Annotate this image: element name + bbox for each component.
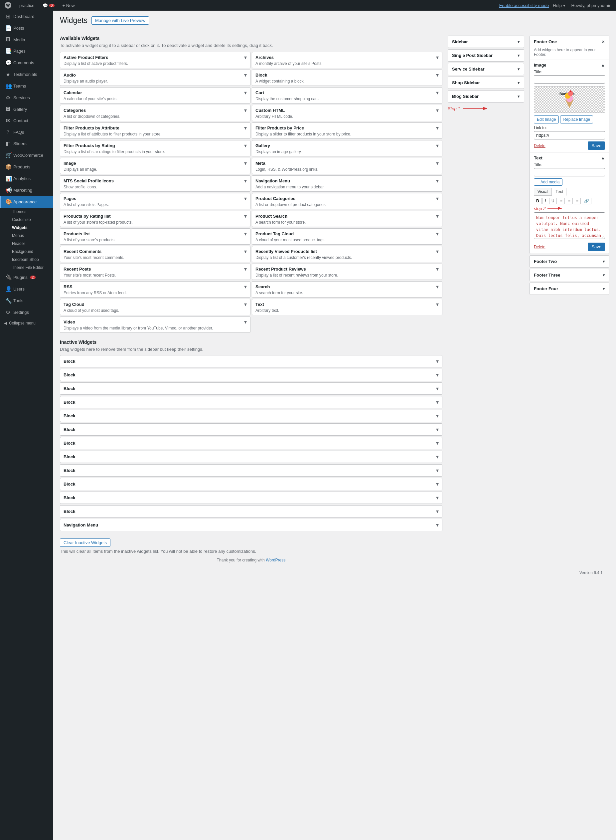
ordered-list-button[interactable]: ≡: [566, 198, 573, 204]
widget-expand-arrow[interactable]: ▾: [244, 319, 247, 325]
inactive-widget-block-11[interactable]: Block ▾: [60, 492, 442, 504]
footer-one-header[interactable]: Footer One ✕: [530, 36, 609, 48]
sidebar-item-posts[interactable]: 📄 Posts: [0, 22, 53, 34]
blockquote-button[interactable]: ≡: [574, 198, 581, 204]
sidebar-item-dashboard[interactable]: ⊞ Dashboard: [0, 11, 53, 22]
inactive-widget-block-1[interactable]: Block ▾: [60, 355, 442, 367]
widget-product-categories[interactable]: Product Categories ▾ A list or dropdown …: [252, 193, 442, 209]
sidebar-item-analytics[interactable]: 📊 Analytics: [0, 173, 53, 184]
widget-product-search[interactable]: Product Search ▾ A search form for your …: [252, 211, 442, 227]
widget-meta[interactable]: Meta ▾ Login, RSS, & WordPress.org links…: [252, 158, 442, 174]
widget-expand-arrow[interactable]: ▾: [436, 90, 439, 96]
widget-pages[interactable]: Pages ▾ A list of your site's Pages.: [60, 193, 251, 209]
inactive-widget-block-2[interactable]: Block ▾: [60, 369, 442, 381]
image-delete-link[interactable]: Delete: [534, 144, 546, 148]
sidebar-item-teams[interactable]: 👥 Teams: [0, 80, 53, 92]
widget-gallery[interactable]: Gallery ▾ Displays an image gallery.: [252, 140, 442, 156]
user-greeting[interactable]: Howdy, phpmyadmin: [569, 0, 613, 11]
sidebar-collapse-arrow[interactable]: ▾: [518, 94, 520, 99]
footer-two-expand-arrow[interactable]: ▾: [603, 259, 605, 264]
image-save-button[interactable]: Save: [588, 141, 605, 150]
widget-expand-arrow[interactable]: ▾: [436, 178, 439, 184]
sidebar-collapse-arrow[interactable]: ▾: [518, 53, 520, 58]
wp-logo[interactable]: W: [3, 0, 13, 11]
widget-expand-arrow[interactable]: ▾: [244, 266, 247, 272]
widget-expand-arrow[interactable]: ▾: [436, 213, 439, 219]
footer-four-expand-arrow[interactable]: ▾: [603, 286, 605, 291]
widget-expand-arrow[interactable]: ▾: [244, 72, 247, 78]
submenu-widgets[interactable]: Widgets: [0, 224, 53, 232]
inactive-widget-block-5[interactable]: Block ▾: [60, 410, 442, 422]
widget-recent-comments[interactable]: Recent Comments ▾ Your site's most recen…: [60, 246, 251, 262]
submenu-icecream-shop[interactable]: Icecream Shop: [0, 256, 53, 264]
italic-button[interactable]: I: [543, 198, 548, 204]
inactive-widget-block-9[interactable]: Block ▾: [60, 464, 442, 477]
sidebar-item-tools[interactable]: 🔧 Tools: [0, 295, 53, 307]
text-widget-header[interactable]: Text ▲: [534, 156, 605, 160]
collapse-menu-button[interactable]: ◀ Collapse menu: [0, 318, 53, 328]
widget-expand-arrow[interactable]: ▾: [244, 178, 247, 184]
sidebar-item-marketing[interactable]: 📢 Marketing: [0, 184, 53, 196]
inactive-widget-block-8[interactable]: Block ▾: [60, 451, 442, 463]
sidebar-item-testimonials[interactable]: ★ Testimonials: [0, 69, 53, 80]
bold-button[interactable]: B: [534, 198, 541, 204]
widget-expand-arrow[interactable]: ▾: [436, 508, 439, 514]
live-preview-button[interactable]: Manage with Live Preview: [91, 16, 149, 25]
sidebar-area-header[interactable]: Single Post Sidebar ▾: [448, 50, 524, 61]
edit-image-button[interactable]: Edit Image: [534, 116, 559, 123]
widget-expand-arrow[interactable]: ▾: [244, 231, 247, 237]
widget-block[interactable]: Block ▾ A widget containing a block.: [252, 69, 442, 86]
sidebar-area-header[interactable]: Service Sidebar ▾: [448, 63, 524, 75]
widget-products-list[interactable]: Products list ▾ A list of your store's p…: [60, 228, 251, 245]
widget-product-tag-cloud[interactable]: Product Tag Cloud ▾ A cloud of your most…: [252, 228, 442, 245]
submenu-themes[interactable]: Themes: [0, 208, 53, 216]
sidebar-collapse-arrow[interactable]: ▾: [518, 39, 520, 44]
sidebar-item-faqs[interactable]: ? FAQs: [0, 126, 53, 138]
text-delete-link[interactable]: Delete: [534, 245, 546, 249]
widget-recent-product-reviews[interactable]: Recent Product Reviews ▾ Display a list …: [252, 264, 442, 280]
wordpress-link[interactable]: WordPress: [266, 558, 285, 562]
widget-expand-arrow[interactable]: ▾: [436, 385, 439, 392]
underline-button[interactable]: U: [549, 198, 557, 204]
sidebar-item-media[interactable]: 🖼 Media: [0, 34, 53, 45]
widget-expand-arrow[interactable]: ▾: [436, 372, 439, 378]
widget-expand-arrow[interactable]: ▾: [244, 160, 247, 166]
widget-products-by-rating[interactable]: Products by Rating list ▾ A list of your…: [60, 211, 251, 227]
widget-expand-arrow[interactable]: ▾: [436, 107, 439, 113]
text-widget-expand-arrow[interactable]: ▲: [601, 156, 605, 160]
sidebar-item-users[interactable]: 👤 Users: [0, 283, 53, 295]
widget-tag-cloud[interactable]: Tag Cloud ▾ A cloud of your most used ta…: [60, 299, 251, 315]
sidebar-area-header[interactable]: Sidebar ▾: [448, 36, 524, 48]
widget-expand-arrow[interactable]: ▾: [436, 160, 439, 166]
inactive-widget-block-12[interactable]: Block ▾: [60, 505, 442, 517]
sidebar-item-gallery[interactable]: 🖼 Gallery: [0, 103, 53, 115]
widget-mts-social[interactable]: MTS Social Profile Icons ▾ Show profile …: [60, 175, 251, 192]
site-name[interactable]: practice: [17, 0, 37, 11]
widget-cart[interactable]: Cart ▾ Display the customer shopping car…: [252, 87, 442, 103]
widget-archives[interactable]: Archives ▾ A monthly archive of your sit…: [252, 52, 442, 68]
widget-expand-arrow[interactable]: ▾: [244, 301, 247, 307]
link-to-input[interactable]: [534, 131, 605, 140]
widget-expand-arrow[interactable]: ▾: [436, 440, 439, 446]
inactive-widget-block-6[interactable]: Block ▾: [60, 423, 442, 436]
inactive-widget-block-10[interactable]: Block ▾: [60, 478, 442, 490]
sidebar-item-products[interactable]: 📦 Products: [0, 161, 53, 173]
link-button[interactable]: 🔗: [582, 198, 591, 204]
inactive-widget-block-4[interactable]: Block ▾: [60, 396, 442, 408]
widget-expand-arrow[interactable]: ▾: [244, 283, 247, 290]
widget-expand-arrow[interactable]: ▾: [436, 495, 439, 501]
inactive-widget-block-7[interactable]: Block ▾: [60, 437, 442, 449]
widget-active-product-filters[interactable]: Active Product Filters ▾ Display a list …: [60, 52, 251, 68]
widget-expand-arrow[interactable]: ▾: [436, 283, 439, 290]
list-button[interactable]: ≡: [558, 198, 565, 204]
add-media-button[interactable]: + Add media: [534, 178, 562, 186]
widget-expand-arrow[interactable]: ▾: [436, 231, 439, 237]
widget-expand-arrow[interactable]: ▾: [436, 481, 439, 487]
widget-audio[interactable]: Audio ▾ Displays an audio player.: [60, 69, 251, 86]
widget-expand-arrow[interactable]: ▾: [436, 454, 439, 460]
sidebar-item-settings[interactable]: ⚙ Settings: [0, 307, 53, 318]
widget-expand-arrow[interactable]: ▾: [244, 142, 247, 149]
sidebar-item-appearance[interactable]: 🎨 Appearance: [0, 196, 53, 208]
widget-text[interactable]: Text ▾ Arbitrary text.: [252, 299, 442, 315]
sidebar-item-plugins[interactable]: 🔌 Plugins 2: [0, 272, 53, 283]
